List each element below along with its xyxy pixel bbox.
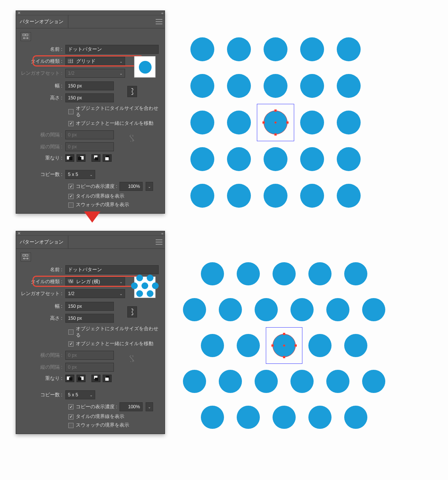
link-spacing-icon	[129, 135, 135, 143]
overlap-button-group	[65, 154, 112, 162]
label-v-spacing: 縦の間隔 :	[21, 364, 65, 371]
label-name: 名前 :	[21, 46, 65, 53]
checkbox-show-swatch-bounds-label: スウォッチの境界を表示	[76, 202, 129, 208]
checkbox-show-swatch-bounds[interactable]	[68, 202, 74, 208]
h-spacing-field: 0 px	[65, 351, 114, 360]
pattern-options-panel: ✕ ◂▸ パターンオプション 名前 : ドットパターン タイルの種類 :	[16, 231, 165, 434]
checkbox-size-to-art[interactable]	[68, 109, 74, 114]
overlap-bottom-front-button[interactable]	[103, 154, 112, 162]
checkbox-move-with-art-label: オブジェクトと一緒にタイルを移動	[76, 120, 153, 127]
tile-type-value: グリッド	[76, 58, 96, 65]
checkbox-show-tile-edge[interactable]	[68, 414, 74, 419]
panel-titlebar[interactable]: ✕ ◂▸	[16, 11, 165, 15]
checkbox-dim-copies-label: コピーの表示濃度 :	[76, 183, 117, 190]
pattern-options-panel: ✕ ◂▸ パターンオプション 名前 : ドットパターン タイルの種類 :	[16, 10, 165, 214]
svg-rect-20	[69, 281, 71, 283]
tile-type-select[interactable]: グリッド ⌄	[65, 57, 125, 66]
svg-rect-29	[105, 378, 109, 381]
label-tile-type: タイルの種類 :	[21, 58, 65, 65]
overlap-left-front-button[interactable]	[65, 154, 74, 162]
overlap-right-front-button[interactable]	[77, 154, 85, 162]
label-overlap: 重なり :	[21, 155, 65, 161]
v-spacing-field: 0 px	[65, 142, 114, 151]
label-name: 名前 :	[21, 267, 65, 273]
drag-grip-icon[interactable]: ◂▸	[161, 11, 163, 15]
chevron-down-icon[interactable]: ⌄	[146, 182, 153, 191]
pattern-swatch-preview	[134, 56, 156, 78]
tab-strip: パターンオプション	[16, 15, 165, 28]
panel-menu-icon[interactable]	[156, 239, 162, 245]
arrow-down-icon	[84, 211, 100, 223]
label-width: 幅 :	[21, 83, 65, 89]
tab-pattern-options[interactable]: パターンオプション	[16, 15, 68, 28]
svg-rect-16	[23, 254, 25, 256]
tile-type-value: レンガ (横)	[76, 279, 100, 285]
overlap-top-front-button[interactable]	[91, 375, 100, 382]
panel-menu-icon[interactable]	[156, 19, 162, 24]
overlap-right-front-button[interactable]	[77, 375, 85, 382]
checkbox-size-to-art-label: オブジェクトにタイルサイズを合わせる	[76, 105, 160, 118]
checkbox-show-tile-edge[interactable]	[68, 194, 74, 199]
svg-rect-25	[78, 377, 81, 381]
svg-rect-18	[68, 279, 70, 281]
checkbox-show-swatch-bounds[interactable]	[68, 423, 74, 428]
h-spacing-field: 0 px	[65, 130, 114, 139]
svg-rect-0	[23, 34, 25, 36]
label-brick-offset: レンガオフセット :	[21, 291, 65, 297]
drag-grip-icon[interactable]: ◂▸	[161, 232, 163, 235]
pattern-tile-tool-icon[interactable]	[21, 32, 31, 41]
checkbox-dim-copies[interactable]	[68, 184, 74, 189]
tile-type-select[interactable]: レンガ (横) ⌄	[65, 277, 125, 286]
close-icon[interactable]: ✕	[18, 232, 21, 235]
checkbox-move-with-art[interactable]	[68, 121, 74, 126]
label-height: 高さ :	[21, 315, 65, 322]
name-field[interactable]: ドットパターン	[65, 45, 159, 54]
label-brick-offset: レンガオフセット :	[21, 70, 65, 77]
svg-rect-13	[95, 157, 98, 160]
label-h-spacing: 横の間隔 :	[21, 132, 65, 138]
width-field[interactable]: 150 px	[65, 81, 114, 90]
dim-copies-value[interactable]: 100%	[119, 182, 143, 191]
svg-rect-23	[69, 377, 72, 381]
name-field[interactable]: ドットパターン	[65, 265, 159, 274]
svg-rect-21	[72, 281, 73, 283]
chevron-down-icon[interactable]: ⌄	[146, 402, 153, 411]
brick-offset-select[interactable]: 1/2⌄	[65, 289, 125, 298]
checkbox-size-to-art[interactable]	[68, 329, 74, 335]
tab-pattern-options[interactable]: パターンオプション	[16, 236, 68, 248]
overlap-left-front-button[interactable]	[65, 375, 74, 382]
svg-rect-9	[69, 157, 72, 160]
label-width: 幅 :	[21, 303, 65, 310]
pattern-preview-brick	[183, 262, 392, 423]
svg-rect-1	[26, 34, 28, 36]
overlap-button-group	[65, 375, 112, 382]
label-height: 高さ :	[21, 95, 65, 101]
dim-copies-value[interactable]: 100%	[119, 402, 143, 411]
v-spacing-field: 0 px	[65, 363, 114, 372]
chevron-down-icon: ⌄	[119, 59, 122, 64]
label-tile-type: タイルの種類 :	[21, 279, 65, 285]
tab-strip: パターンオプション	[16, 236, 165, 249]
height-field[interactable]: 150 px	[65, 93, 114, 102]
checkbox-dim-copies[interactable]	[68, 404, 74, 409]
svg-rect-11	[78, 157, 81, 160]
pattern-tile-tool-icon[interactable]	[21, 253, 31, 261]
brick-offset-select: 1/2⌄	[65, 69, 125, 78]
copies-select[interactable]: 5 x 5⌄	[65, 390, 95, 399]
overlap-top-front-button[interactable]	[91, 154, 100, 162]
brick-row-type-icon	[68, 279, 73, 284]
grid-type-icon	[68, 59, 73, 64]
svg-rect-15	[105, 157, 109, 160]
svg-rect-19	[71, 279, 73, 281]
label-v-spacing: 縦の間隔 :	[21, 144, 65, 150]
copies-select[interactable]: 5 x 5⌄	[65, 170, 95, 179]
height-field[interactable]: 150 px	[65, 314, 114, 323]
checkbox-show-tile-edge-label: タイルの境界線を表示	[76, 193, 124, 199]
close-icon[interactable]: ✕	[18, 11, 21, 15]
label-copies: コピー数 :	[21, 392, 65, 398]
panel-titlebar[interactable]: ✕ ◂▸	[16, 231, 165, 236]
chevron-down-icon: ⌄	[119, 280, 122, 284]
width-field[interactable]: 150 px	[65, 302, 114, 311]
overlap-bottom-front-button[interactable]	[103, 375, 112, 382]
checkbox-move-with-art[interactable]	[68, 341, 74, 347]
